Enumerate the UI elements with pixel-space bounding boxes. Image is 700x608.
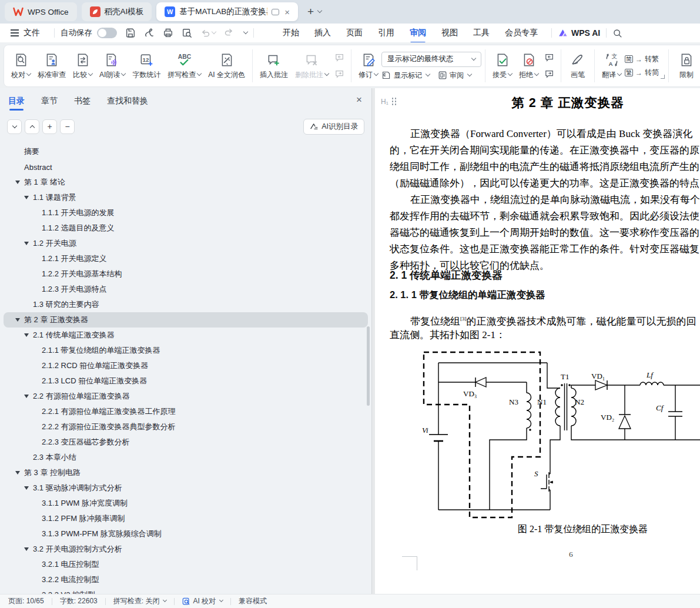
toc-item[interactable]: 2.1.3 LCD 箝位单端正激变换器 xyxy=(4,373,368,389)
previous-comment-button[interactable] xyxy=(333,52,346,64)
toc-item[interactable]: 3.2.2 电流控制型 xyxy=(4,572,368,587)
menu-tab-5[interactable]: 视图 xyxy=(434,25,465,41)
document-page[interactable]: H₁ 第 2 章 正激变换器 正激变换器（Forward Converter）可… xyxy=(375,88,700,594)
toc-item[interactable]: 1.2 开关电源 xyxy=(4,236,368,251)
toc-item[interactable]: 1.1.2 选题目的及意义 xyxy=(4,221,368,236)
close-tab-icon[interactable]: × xyxy=(284,8,290,16)
page-indicator[interactable]: 页面: 10/65 xyxy=(8,596,44,606)
menu-tab-1[interactable]: 插入 xyxy=(307,25,339,41)
print-preview-icon[interactable] xyxy=(182,28,192,38)
export-pdf-icon[interactable] xyxy=(144,28,155,38)
toc-item[interactable]: 第 1 章 绪论 xyxy=(4,175,368,190)
spellcheck-status[interactable]: 拼写检查: 关闭 xyxy=(113,596,167,606)
toc-item[interactable]: 1.1.1 开关电源的发展 xyxy=(4,205,368,221)
previous-change-button[interactable] xyxy=(543,52,556,64)
sidebar-tab-2[interactable]: 书签 xyxy=(74,93,91,109)
autosave-toggle[interactable] xyxy=(97,28,117,38)
toc-item[interactable]: 3.1 驱动脉冲调制方式分析 xyxy=(4,480,368,496)
zoom-out-toc-button[interactable]: − xyxy=(60,119,75,134)
standard-review-button[interactable]: 标准审查 xyxy=(34,51,69,82)
toc-item[interactable]: 3.2.1 电压控制型 xyxy=(4,557,368,572)
toc-item[interactable]: 2.1.1 带复位绕组的单端正激变换器 xyxy=(4,343,368,358)
menu-tab-2[interactable]: 页面 xyxy=(339,25,370,41)
ai-polish-button[interactable]: AI 全文润色 xyxy=(205,51,249,82)
review-pane-button[interactable]: 审阅 xyxy=(438,71,471,81)
proofread-button[interactable]: 校对 xyxy=(8,51,34,82)
toc-item[interactable]: 1.2.2 开关电源基本结构 xyxy=(4,266,368,282)
search-icon[interactable] xyxy=(612,28,622,38)
ai-recognize-toc-button[interactable]: AI识别目录 xyxy=(303,119,364,135)
hamburger-icon[interactable] xyxy=(11,32,19,34)
toc-item[interactable]: 第 3 章 控制电路 xyxy=(4,465,368,480)
toc-item[interactable]: 2.2.3 变压器磁芯参数分析 xyxy=(4,435,368,450)
toc-expand-arrow[interactable] xyxy=(24,395,29,398)
dialog-launcher-icon[interactable] xyxy=(661,75,665,79)
ai-proofread-status[interactable]: AI 校对 xyxy=(182,596,223,606)
menu-tab-3[interactable]: 引用 xyxy=(370,25,402,41)
wps-ai-button[interactable]: WPS AI xyxy=(558,28,600,38)
toc-item[interactable]: 1.1 课题背景 xyxy=(4,190,368,205)
zoom-in-toc-button[interactable]: + xyxy=(42,119,57,134)
insert-comment-button[interactable]: 插入批注 xyxy=(256,51,292,82)
redo-button[interactable] xyxy=(224,27,234,39)
toc-item[interactable]: 1.2.3 开关电源特点 xyxy=(4,282,368,297)
restrict-editing-button[interactable]: 限制 xyxy=(674,51,699,82)
menu-tab-0[interactable]: 开始 xyxy=(275,25,307,41)
toc-item[interactable]: 3.1.1 PWM 脉冲宽度调制 xyxy=(4,496,368,511)
accept-change-button[interactable]: 接受 xyxy=(489,51,515,82)
ink-brush-button[interactable]: 画笔 xyxy=(565,51,591,82)
tab-list-chevron-icon[interactable] xyxy=(317,8,322,13)
show-markup-button[interactable]: 显示标记 xyxy=(381,71,430,81)
toc-item[interactable]: 第 2 章 正激变换器 xyxy=(4,312,368,328)
toc-expand-arrow[interactable] xyxy=(24,547,29,551)
toc-item[interactable]: 2.2.1 有源箝位单端正激变换器工作原理 xyxy=(4,404,368,419)
sidebar-tab-0[interactable]: 目录 xyxy=(8,93,25,109)
menu-tab-6[interactable]: 工具 xyxy=(465,25,497,41)
tab-current-document[interactable]: W 基于MATLAB的正激变换器的 × xyxy=(156,2,298,21)
reject-change-button[interactable]: 拒绝 xyxy=(515,51,542,82)
toc-expand-arrow[interactable] xyxy=(15,471,20,475)
next-comment-button[interactable] xyxy=(333,68,346,80)
compare-button[interactable]: 比较 xyxy=(69,51,96,82)
sidebar-scrollbar[interactable] xyxy=(367,326,370,406)
toc-expand-arrow[interactable] xyxy=(24,242,29,245)
to-simplified-button[interactable]: 繁→ 转简 xyxy=(625,68,659,78)
toc-item[interactable]: 3.1.2 PFM 脉冲频率调制 xyxy=(4,511,368,526)
track-changes-button[interactable]: 修订 xyxy=(355,51,381,82)
save-icon[interactable] xyxy=(125,28,136,38)
toc-item[interactable]: 1.3 研究的主要内容 xyxy=(4,297,368,312)
tab-wps-home[interactable]: WPS Office xyxy=(5,2,77,21)
toc-expand-arrow[interactable] xyxy=(15,318,20,322)
toc-item[interactable]: 3.2 开关电源控制方式分析 xyxy=(4,542,368,557)
ai-read-aloud-button[interactable]: AI朗读 xyxy=(96,51,129,82)
word-count-indicator[interactable]: 字数: 22603 xyxy=(60,596,98,606)
toc-item[interactable]: 3.1.3 PWM-PFM 脉宽脉频综合调制 xyxy=(4,526,368,542)
next-change-button[interactable] xyxy=(543,68,556,80)
file-menu[interactable]: 文件 xyxy=(24,28,40,38)
close-sidebar-icon[interactable]: × xyxy=(356,94,362,106)
toc-item[interactable]: Abstract xyxy=(4,159,368,175)
collapse-all-button[interactable] xyxy=(25,119,39,134)
toc-item[interactable]: 摘要 xyxy=(4,144,368,159)
word-count-button[interactable]: 12 字数统计 xyxy=(129,51,164,82)
to-traditional-button[interactable]: 简→ 转繁 xyxy=(625,54,659,64)
toc-item[interactable]: 1.2.1 开关电源定义 xyxy=(4,251,368,266)
spell-check-button[interactable]: ABC 拼写检查 xyxy=(164,51,205,82)
quick-access-more-icon[interactable] xyxy=(243,29,248,34)
toc-item[interactable]: 2.2 有源箝位单端正激变换器 xyxy=(4,389,368,404)
toc-item[interactable]: 3.2.3 V2 控制型 xyxy=(4,587,368,594)
sidebar-tab-3[interactable]: 查找和替换 xyxy=(107,93,148,109)
tab-docer-templates[interactable]: 稻壳AI模板 xyxy=(82,2,152,21)
toc-item[interactable]: 2.3 本章小结 xyxy=(4,450,368,465)
expand-all-button[interactable] xyxy=(7,119,22,134)
toc-expand-arrow[interactable] xyxy=(24,196,29,199)
doc-window-icon[interactable] xyxy=(272,9,279,15)
toc-expand-arrow[interactable] xyxy=(24,486,29,490)
toc-expand-arrow[interactable] xyxy=(15,181,20,184)
toc-item[interactable]: 2.1 传统单端正激变换器 xyxy=(4,328,368,343)
menu-tab-7[interactable]: 会员专享 xyxy=(497,25,545,41)
toc-expand-arrow[interactable] xyxy=(24,333,29,337)
print-icon[interactable] xyxy=(163,28,173,38)
markup-state-dropdown[interactable]: 显示标记的最终状态 xyxy=(381,52,481,67)
toc-item[interactable]: 2.1.2 RCD 箝位单端正激变换器 xyxy=(4,358,368,373)
